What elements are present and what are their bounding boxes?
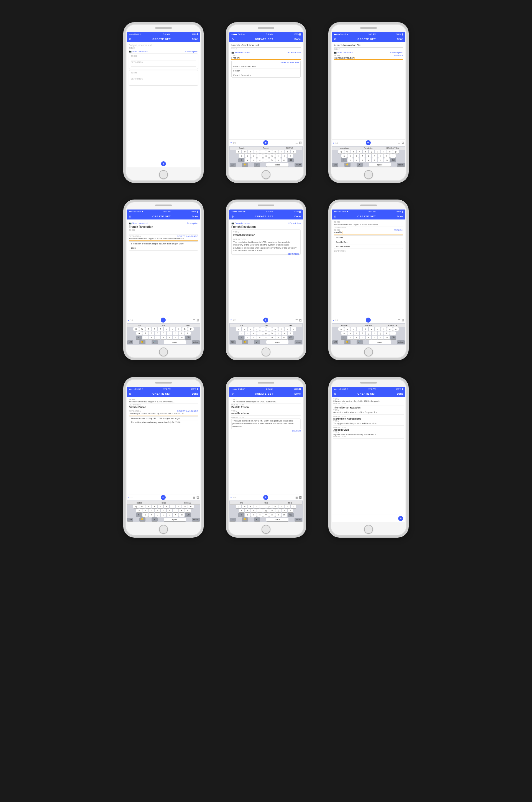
nav-arrows-4[interactable]: ∨ 1/2	[128, 319, 133, 322]
key-r-5[interactable]: r	[254, 327, 260, 331]
add-card-btn-6[interactable]: +	[366, 318, 371, 323]
key-e-6[interactable]: e	[350, 327, 356, 331]
home-btn-3[interactable]	[364, 170, 373, 179]
key-123-7[interactable]: 123	[127, 518, 133, 521]
sug-4c[interactable]: THE	[177, 325, 199, 326]
key-i-8[interactable]: i	[279, 505, 284, 508]
key-g-3[interactable]: g	[366, 154, 371, 158]
key-123-5[interactable]: 123	[230, 340, 236, 344]
def-input-1b[interactable]	[131, 80, 196, 83]
key-del-4[interactable]: ⌫	[185, 336, 191, 340]
image-icon-7[interactable]: 🖼	[196, 496, 199, 499]
key-mic-3[interactable]: 🎤	[357, 163, 363, 167]
key-q-8[interactable]: q	[236, 505, 241, 508]
key-g-2[interactable]: g	[263, 154, 269, 158]
key-w-2[interactable]: w	[242, 150, 247, 154]
key-Q-7[interactable]: Q	[133, 505, 139, 508]
list-icon-8[interactable]: ☰	[296, 496, 298, 499]
key-shift-7[interactable]: ⬆	[136, 513, 142, 517]
sug-8b[interactable]: This	[255, 502, 277, 504]
autocomplete-item-4b[interactable]: 1789	[129, 246, 198, 250]
nav-chevron-7[interactable]: ∨	[128, 496, 129, 499]
key-w-6[interactable]: w	[344, 327, 350, 331]
key-return-7[interactable]: return	[192, 518, 200, 521]
key-y-5[interactable]: y	[266, 327, 272, 331]
key-w-5[interactable]: w	[242, 327, 247, 331]
key-d-2[interactable]: d	[251, 154, 256, 158]
done-btn-7[interactable]: Done	[192, 393, 198, 395]
key-123-6[interactable]: 123	[332, 340, 338, 344]
gear-icon-2[interactable]: ⚙	[231, 38, 234, 41]
key-r-3[interactable]: r	[357, 150, 362, 154]
key-mic-4[interactable]: 🎤	[152, 340, 158, 344]
image-icon-6[interactable]: 🖼	[401, 319, 404, 322]
key-v-8[interactable]: v	[263, 513, 269, 517]
key-y-3[interactable]: y	[369, 150, 374, 154]
list-icon-3[interactable]: ☰	[398, 141, 400, 145]
nav-chevron-4[interactable]: ∨	[128, 319, 129, 322]
key-Y-4[interactable]: Y	[164, 327, 169, 331]
key-a-3[interactable]: a	[341, 154, 347, 158]
done-btn-6[interactable]: Done	[397, 215, 403, 218]
sug-7b[interactable]: Hailed	[152, 502, 174, 504]
key-g-8[interactable]: g	[263, 509, 269, 512]
key-q-3[interactable]: q	[338, 150, 344, 154]
key-a-2[interactable]: a	[239, 154, 244, 158]
key-h-3[interactable]: h	[372, 154, 377, 158]
key-x-8[interactable]: x	[251, 513, 256, 517]
key-h-5[interactable]: h	[269, 331, 275, 335]
key-m-5[interactable]: m	[282, 336, 287, 340]
image-icon-2[interactable]: 🖼	[299, 141, 302, 145]
key-shift-4[interactable]: ⬆	[136, 336, 142, 340]
key-m-2[interactable]: m	[282, 158, 287, 162]
home-btn-7[interactable]	[159, 525, 168, 534]
key-i-2[interactable]: i	[279, 150, 284, 154]
home-btn-4[interactable]	[159, 347, 168, 356]
key-return-6[interactable]: return	[397, 340, 405, 344]
sug-5c[interactable]: THE	[279, 325, 301, 326]
key-123-2[interactable]: 123	[230, 163, 236, 167]
key-shift-2[interactable]: ⇧	[238, 158, 244, 162]
sug-8c[interactable]: THIS	[279, 502, 301, 504]
key-mic-8[interactable]: 🎤	[254, 517, 260, 521]
key-J-4[interactable]: J	[173, 331, 178, 335]
key-j-6[interactable]: j	[378, 331, 383, 335]
list-icon-6[interactable]: ☰	[398, 319, 400, 322]
key-shift-8[interactable]: ⇧	[238, 513, 244, 517]
key-g-5[interactable]: g	[263, 331, 269, 335]
key-f-5[interactable]: f	[257, 331, 263, 335]
key-s-3[interactable]: s	[347, 154, 353, 158]
key-s-5[interactable]: s	[245, 331, 250, 335]
key-I-4[interactable]: I	[176, 327, 182, 331]
gear-icon-8[interactable]: ⚙	[231, 393, 234, 396]
key-A-4[interactable]: A	[136, 331, 142, 335]
key-R-4[interactable]: R	[152, 327, 157, 331]
key-o-8[interactable]: o	[285, 505, 290, 508]
key-space-4[interactable]: space	[164, 340, 186, 344]
key-G-7[interactable]: G	[161, 509, 166, 512]
key-r-2[interactable]: r	[254, 150, 260, 154]
def-input-4[interactable]: The revolution that began in 1789, overt…	[129, 237, 198, 241]
nav-chevron-5[interactable]: ∨	[230, 319, 232, 322]
key-space-5[interactable]: space	[266, 340, 288, 344]
key-b-8[interactable]: b	[269, 513, 275, 517]
key-h-8[interactable]: h	[269, 509, 275, 512]
key-y-8[interactable]: y	[266, 505, 272, 508]
key-N-4[interactable]: N	[173, 336, 178, 340]
key-c-8[interactable]: c	[257, 513, 263, 517]
key-T-4[interactable]: T	[158, 327, 163, 331]
key-mic-2[interactable]: 🎤	[254, 163, 260, 167]
key-d-6[interactable]: d	[354, 331, 359, 335]
key-u-5[interactable]: u	[272, 327, 278, 331]
key-O-4[interactable]: O	[182, 327, 188, 331]
key-return-8[interactable]: return	[294, 518, 302, 521]
key-x-2[interactable]: x	[251, 158, 256, 162]
add-card-btn-5[interactable]: +	[263, 318, 268, 323]
key-l-6[interactable]: l	[390, 331, 396, 335]
key-q-5[interactable]: q	[236, 327, 241, 331]
gear-icon-6[interactable]: ⚙	[334, 215, 336, 218]
key-n-6[interactable]: n	[378, 336, 383, 340]
key-l-5[interactable]: l	[288, 331, 293, 335]
key-d-8[interactable]: d	[251, 509, 256, 512]
key-t-3[interactable]: t	[363, 150, 368, 154]
